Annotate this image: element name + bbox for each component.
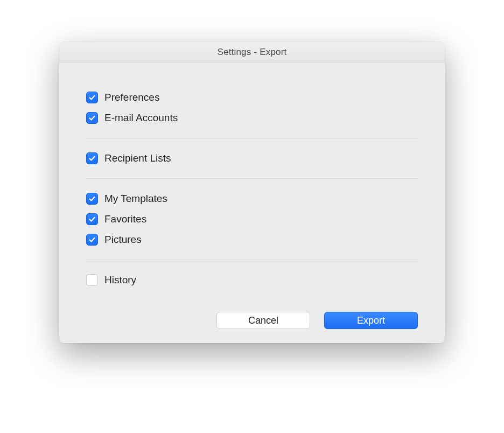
checkbox-my-templates[interactable] (86, 193, 98, 205)
titlebar: Settings - Export (59, 42, 445, 62)
dialog-content: Preferences E-mail Accounts Recipient Li… (59, 62, 445, 343)
checkbox-history[interactable] (86, 274, 98, 286)
check-icon (88, 215, 96, 223)
cancel-button[interactable]: Cancel (216, 312, 310, 329)
checkbox-pictures[interactable] (86, 234, 98, 246)
group-templates: My Templates Favorites Pictures (86, 184, 418, 254)
checkbox-label-favorites: Favorites (104, 213, 146, 225)
export-button[interactable]: Export (324, 312, 418, 329)
checkbox-label-pictures: Pictures (104, 234, 142, 246)
checkbox-email-accounts[interactable] (86, 112, 98, 124)
checkbox-label-preferences: Preferences (104, 92, 159, 103)
checkbox-row-pictures[interactable]: Pictures (86, 229, 418, 250)
checkbox-row-email-accounts[interactable]: E-mail Accounts (86, 108, 418, 128)
group-general: Preferences E-mail Accounts (86, 83, 418, 132)
checkbox-row-preferences[interactable]: Preferences (86, 87, 418, 108)
checkbox-label-recipient-lists: Recipient Lists (104, 152, 171, 164)
check-icon (88, 114, 96, 122)
checkbox-row-my-templates[interactable]: My Templates (86, 188, 418, 209)
checkbox-row-history[interactable]: History (86, 270, 418, 290)
checkbox-row-recipient-lists[interactable]: Recipient Lists (86, 148, 418, 169)
checkbox-recipient-lists[interactable] (86, 152, 98, 164)
checkbox-preferences[interactable] (86, 92, 98, 103)
checkbox-label-my-templates: My Templates (104, 193, 167, 205)
divider (86, 138, 418, 138)
export-settings-dialog: Settings - Export Preferences E-mail Acc… (59, 42, 445, 343)
divider (86, 260, 418, 260)
group-recipients: Recipient Lists (86, 144, 418, 173)
checkbox-label-email-accounts: E-mail Accounts (104, 112, 178, 124)
divider (86, 178, 418, 179)
group-history: History (86, 266, 418, 295)
checkbox-favorites[interactable] (86, 213, 98, 225)
check-icon (88, 155, 96, 162)
checkbox-label-history: History (104, 274, 136, 286)
check-icon (88, 236, 96, 243)
button-bar: Cancel Export (86, 295, 418, 329)
checkbox-row-favorites[interactable]: Favorites (86, 209, 418, 229)
check-icon (88, 195, 96, 202)
dialog-title: Settings - Export (217, 47, 286, 58)
check-icon (88, 94, 96, 101)
